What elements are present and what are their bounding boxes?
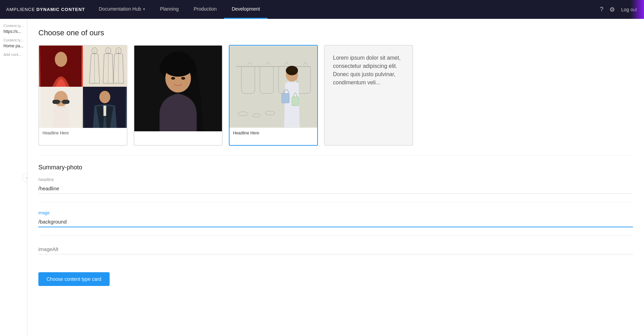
svg-point-21	[163, 56, 194, 76]
fashion-sketches-svg	[83, 46, 127, 87]
card-cell-red	[39, 46, 83, 87]
gear-icon[interactable]: ⚙	[609, 6, 615, 13]
form-divider-1	[38, 202, 633, 202]
svg-rect-12	[62, 100, 70, 104]
content-card-3[interactable]: Headline Here	[229, 45, 318, 146]
headline-form-group: headline	[38, 177, 633, 194]
fashion-suit-svg	[83, 87, 127, 128]
nav-tab-documentation-hub[interactable]: Documentation Hub ▾	[91, 0, 152, 19]
top-navigation: AMPLIENCE DYNAMIC CONTENT Documentation …	[0, 0, 644, 19]
card-grid	[39, 46, 127, 128]
image-input[interactable]	[38, 217, 633, 227]
card-cell-sunglasses	[39, 87, 83, 128]
content-card-2[interactable]	[134, 45, 223, 146]
brand-dc: DYNAMIC CONTENT	[36, 7, 85, 12]
nav-tabs: Documentation Hub ▾ Planning Production …	[91, 0, 593, 19]
svg-point-23	[181, 77, 185, 80]
nav-right-actions: ? ⚙ Log out	[593, 6, 644, 13]
sidebar: Content ty... https://s... Content ty...…	[0, 19, 27, 336]
fashion-sunglasses-svg	[39, 87, 83, 128]
card-cell-sketches	[83, 46, 127, 87]
sidebar-value-1: https://s...	[3, 29, 24, 34]
panel-title: Choose one of ours	[38, 28, 633, 37]
section-divider	[38, 155, 633, 156]
sidebar-value-2: Home pa...	[3, 44, 24, 48]
fashion-red-svg	[39, 46, 83, 87]
sidebar-toggle-button[interactable]: ‹	[22, 173, 27, 182]
card-gallery: Headline Here	[38, 45, 633, 146]
form-divider-2	[38, 236, 633, 236]
shopping-svg	[230, 46, 317, 128]
content-card-4[interactable]: Lorem ipsum dolor sit amet, consectetur …	[324, 45, 413, 146]
brand-amplience: AMPLIENCE	[6, 7, 35, 12]
choose-content-type-card-button[interactable]: Choose content type card	[38, 272, 110, 286]
nav-tab-production[interactable]: Production	[186, 0, 224, 19]
help-icon[interactable]: ?	[600, 6, 603, 13]
svg-point-10	[54, 91, 68, 107]
portrait-svg	[134, 46, 222, 131]
content-panel: Choose one of ours	[27, 19, 644, 272]
card-portrait	[134, 46, 222, 131]
card-cell-suit	[83, 87, 127, 128]
svg-point-16	[99, 91, 110, 103]
headline-input[interactable]	[38, 183, 633, 194]
svg-rect-11	[52, 100, 60, 104]
card-shopping	[230, 46, 317, 128]
brand-logo: AMPLIENCE DYNAMIC CONTENT	[0, 0, 91, 19]
card-3-headline: Headline Here	[230, 128, 317, 138]
main-content: Choose one of ours	[27, 19, 644, 336]
sidebar-add-label: Add cont...	[3, 52, 24, 57]
content-card-1[interactable]: Headline Here	[38, 45, 127, 146]
sidebar-label-2: Content ty...	[3, 38, 24, 42]
headline-label: headline	[38, 177, 633, 182]
imagealt-form-group	[38, 244, 633, 254]
nav-tab-planning[interactable]: Planning	[152, 0, 186, 19]
imagealt-input[interactable]	[38, 244, 633, 254]
sidebar-label-1: Content ty...	[3, 24, 24, 28]
card-1-headline: Headline Here	[39, 128, 127, 138]
svg-rect-31	[282, 94, 289, 103]
form-section-title: Summary-photo	[38, 164, 633, 171]
svg-point-22	[171, 77, 175, 80]
image-label: image	[38, 211, 633, 215]
svg-rect-32	[292, 97, 299, 106]
image-form-group: image	[38, 211, 633, 227]
chevron-down-icon: ▾	[143, 7, 145, 11]
nav-tab-development[interactable]: Development	[224, 0, 268, 19]
svg-rect-14	[57, 106, 65, 107]
svg-point-1	[55, 52, 67, 67]
logout-button[interactable]: Log out	[621, 7, 637, 12]
bottom-action-area: Choose content type card	[27, 272, 644, 297]
card-text-content: Lorem ipsum dolor sit amet, consectetur …	[325, 46, 412, 145]
svg-rect-17	[103, 106, 106, 116]
svg-point-30	[286, 66, 298, 75]
